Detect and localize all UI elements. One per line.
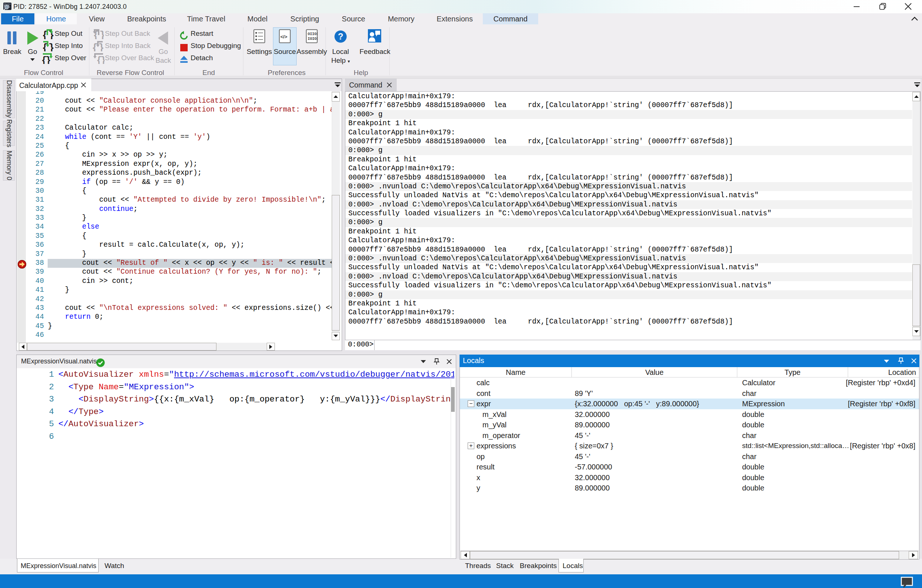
svg-text:?: ? bbox=[338, 31, 343, 41]
svg-text:}: } bbox=[48, 42, 54, 51]
svg-text:}: } bbox=[98, 42, 104, 51]
svg-text:</>: </> bbox=[280, 34, 288, 39]
svg-text:OIIOI: OIIOI bbox=[308, 32, 318, 36]
svg-text:IOIOI: IOIOI bbox=[308, 37, 318, 41]
svg-text:{: { bbox=[92, 42, 98, 51]
svg-text:}: } bbox=[100, 56, 105, 64]
svg-text:}: } bbox=[100, 30, 104, 39]
